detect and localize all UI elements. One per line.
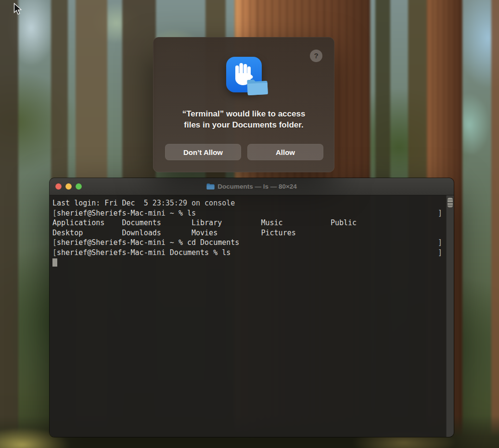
terminal-content[interactable]: Last login: Fri Dec 5 23:35:29 on consol… <box>50 195 454 437</box>
terminal-line-text: Last login: Fri Dec 5 23:35:29 on consol… <box>52 198 235 208</box>
folder-icon <box>206 183 215 190</box>
help-button[interactable]: ? <box>310 50 322 62</box>
terminal-cursor <box>52 258 57 267</box>
prompt-mark-left: [ <box>52 208 57 218</box>
privacy-hand-icon <box>226 57 262 92</box>
terminal-line: Desktop Downloads Movies Pictures <box>52 228 442 238</box>
terminal-line: [sherief@Sheriefs-Mac-mini Documents % l… <box>52 248 442 258</box>
terminal-line-text: Applications Documents Library Music Pub… <box>52 218 357 228</box>
scrollbar-thumb[interactable] <box>448 198 453 207</box>
prompt-mark-right: ] <box>438 208 442 218</box>
dialog-message-line1: “Terminal” would like to access <box>153 108 334 119</box>
terminal-line-text: sherief@Sheriefs-Mac-mini Documents % ls <box>57 248 230 258</box>
terminal-line-text: Desktop Downloads Movies Pictures <box>52 228 296 238</box>
dialog-message: “Terminal” would like to access files in… <box>153 108 334 130</box>
documents-folder-icon <box>246 77 269 96</box>
terminal-cursor-line <box>52 257 442 267</box>
terminal-line: [sherief@Sheriefs-Mac-mini ~ % ls ] <box>52 208 442 218</box>
terminal-line-text: sherief@Sheriefs-Mac-mini ~ % cd Documen… <box>57 238 239 248</box>
terminal-line: Last login: Fri Dec 5 23:35:29 on consol… <box>52 198 442 208</box>
window-title: Documents — ls — 80×24 <box>50 178 454 195</box>
terminal-line: [sherief@Sheriefs-Mac-mini ~ % cd Docume… <box>52 238 442 248</box>
terminal-line: Applications Documents Library Music Pub… <box>52 218 442 228</box>
dialog-buttons: Don’t Allow Allow <box>165 144 323 160</box>
terminal-line-text: sherief@Sheriefs-Mac-mini ~ % ls <box>57 208 196 218</box>
prompt-mark-right: ] <box>438 248 442 258</box>
dont-allow-button[interactable]: Don’t Allow <box>165 144 241 160</box>
terminal-titlebar[interactable]: Documents — ls — 80×24 <box>50 178 454 195</box>
terminal-window: Documents — ls — 80×24 Last login: Fri D… <box>50 178 454 437</box>
window-title-text: Documents — ls — 80×24 <box>218 183 297 190</box>
permission-dialog: ? “Terminal” would like to access files … <box>153 37 334 172</box>
prompt-mark-left: [ <box>52 238 57 248</box>
desktop: ? “Terminal” would like to access files … <box>0 0 499 448</box>
scrollbar-track[interactable] <box>446 195 454 437</box>
dialog-message-line2: files in your Documents folder. <box>153 119 334 130</box>
prompt-mark-right: ] <box>438 238 442 248</box>
mouse-pointer-icon <box>13 3 22 18</box>
allow-button[interactable]: Allow <box>247 144 323 160</box>
prompt-mark-left: [ <box>52 248 57 258</box>
